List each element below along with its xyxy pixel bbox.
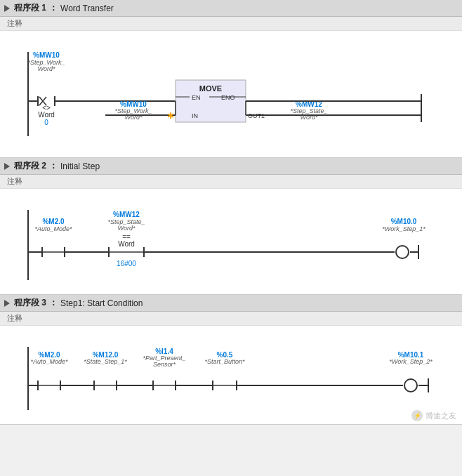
section-3-separator: ：: [49, 297, 58, 309]
s2-coil-name: *Work_Step_1*: [382, 225, 425, 232]
s3-c3-name2: Sensor*: [153, 361, 176, 368]
s3-c2-name: *State_Step_1*: [84, 358, 127, 365]
s1-ne-name2: Word*: [37, 65, 55, 72]
section-3-comment: 注释: [0, 312, 462, 326]
s1-out-name2: Word*: [300, 114, 318, 121]
s3-coil-name: *Work_Step_2*: [389, 358, 433, 365]
s3-coil-symbol: [404, 379, 417, 392]
section-3-header[interactable]: 程序段 3 ： Step1: Start Condition: [0, 295, 462, 312]
section-2-collapse-icon[interactable]: [4, 163, 10, 170]
section-2: 程序段 2 ： Initial Step 注释 %M2.0 *Auto_Mode…: [0, 158, 462, 295]
move-in-label: IN: [192, 112, 198, 119]
section-2-diagram: %M2.0 *Auto_Mode* %MW12 *Step_State_ Wor…: [14, 196, 449, 294]
move-out-label: OUT1: [248, 112, 265, 119]
section-2-comment: 注释: [0, 175, 462, 189]
s1-ne-value: 0: [44, 119, 48, 126]
s2-c1-name: *Auto_Mode*: [34, 225, 72, 232]
section-1-comment: 注释: [0, 17, 462, 31]
s1-ne-type2: Word: [38, 111, 55, 119]
section-1-diagram: %MW10 *Step_Work_ Word* <> Word 0: [14, 38, 449, 150]
s1-in-star: ✱: [167, 111, 174, 121]
move-en: EN: [192, 94, 201, 101]
section-3-collapse-icon[interactable]: [4, 300, 10, 307]
s2-coil-symbol: [396, 246, 409, 258]
section-1-rung: %MW10 *Step_Work_ Word* <> Word 0: [0, 31, 462, 157]
watermark-text: 博途之友: [425, 411, 456, 421]
s3-c1-name: *Auto_Mode*: [30, 358, 68, 365]
section-3-diagram: %M2.0 *Auto_Mode* %M12.0 *State_Step_1* …: [14, 333, 462, 424]
s3-c4-name: *Start_Button*: [204, 358, 245, 365]
section-1: 程序段 1 ： Word Transfer 注释 %MW10 *Step_Wor…: [0, 0, 462, 158]
section-1-header[interactable]: 程序段 1 ： Word Transfer: [0, 0, 462, 17]
move-title: MOVE: [199, 84, 222, 93]
main-container: 程序段 1 ： Word Transfer 注释 %MW10 *Step_Wor…: [0, 0, 462, 476]
section-1-number: 程序段 1: [14, 2, 46, 14]
section-3-rung: %M2.0 *Auto_Mode* %M12.0 *State_Step_1* …: [0, 326, 462, 424]
section-2-rung: %M2.0 *Auto_Mode* %MW12 *Step_State_ Wor…: [0, 189, 462, 294]
section-2-number: 程序段 2: [14, 160, 46, 172]
s1-in-name2: Word*: [124, 114, 143, 121]
move-eno: ENO: [221, 94, 235, 101]
section-3-name: Step1: Start Condition: [60, 298, 143, 308]
section-1-collapse-icon[interactable]: [4, 5, 10, 12]
s2-c2-value: 16#00: [117, 260, 136, 267]
s1-ne-addr: %MW10: [33, 51, 60, 59]
s2-c2-addr: %MW12: [113, 211, 140, 218]
section-2-name: Initial Step: [60, 161, 100, 171]
s2-coil-addr: %M10.0: [391, 218, 417, 225]
section-2-separator: ：: [49, 160, 58, 172]
section-2-header[interactable]: 程序段 2 ： Initial Step: [0, 158, 462, 175]
watermark-icon: ⚡: [411, 410, 423, 421]
section-3: 程序段 3 ： Step1: Start Condition 注释 %M2.0 …: [0, 295, 462, 425]
watermark: ⚡ 博途之友: [411, 410, 456, 421]
s2-c2-type2: Word: [118, 240, 135, 248]
s2-c2-name2: Word*: [117, 225, 136, 232]
section-3-number: 程序段 3: [14, 297, 46, 309]
section-1-separator: ：: [49, 2, 58, 14]
s2-c1-addr: %M2.0: [42, 218, 65, 225]
section-1-name: Word Transfer: [60, 4, 114, 13]
